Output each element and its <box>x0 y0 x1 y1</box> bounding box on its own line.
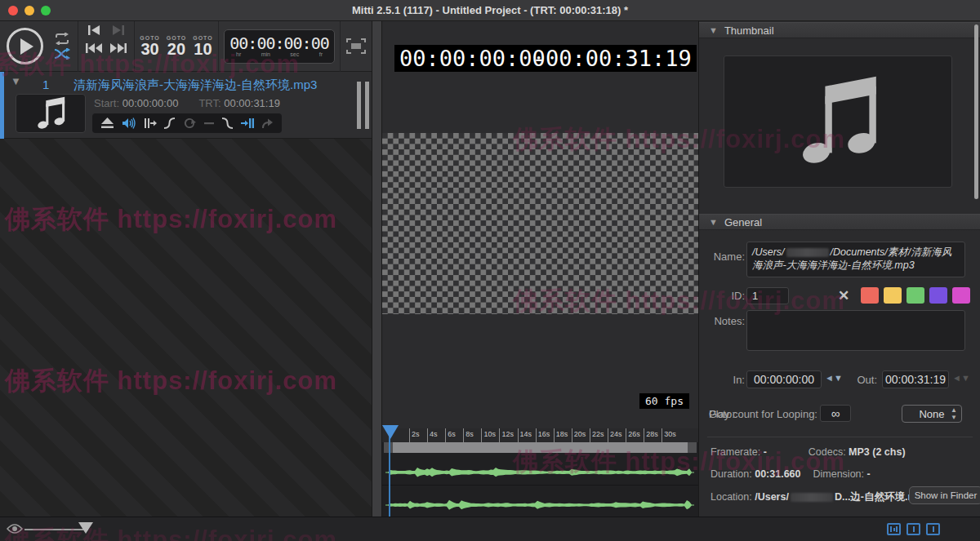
loop-count-field[interactable]: ∞ <box>820 405 851 422</box>
out-time-field[interactable]: 00:00:31:19 <box>882 370 949 388</box>
shuffle-icon[interactable] <box>54 48 70 60</box>
in-time-field[interactable]: 00:00:00:00 <box>746 370 822 388</box>
fps-badge: 60 fps <box>639 393 689 409</box>
timeline-zoom-bar[interactable] <box>384 442 697 453</box>
color-swatch-purple[interactable] <box>929 287 947 304</box>
in-stepper[interactable]: ◄▼ <box>825 373 843 383</box>
duration-value: 00:31.660 <box>755 468 800 480</box>
inspector-panel: ▼ Thumbnail ▼ General Name: /Users//Docu… <box>698 21 980 517</box>
out-stepper[interactable]: ◄▼ <box>952 373 970 383</box>
play-button[interactable] <box>7 28 43 64</box>
fade-out-icon[interactable] <box>221 118 234 129</box>
cue-selected-indicator <box>0 72 4 139</box>
in-label: In: <box>709 374 745 386</box>
eject-icon[interactable] <box>100 118 114 129</box>
panel-divider[interactable] <box>372 21 382 517</box>
dimension-value: - <box>867 468 871 480</box>
redacted-username <box>791 493 833 502</box>
codecs-value: MP3 (2 chs) <box>849 446 905 458</box>
zoom-bar-handle-right[interactable] <box>688 442 697 453</box>
goto-label: Goto: <box>709 408 735 420</box>
playhead-line[interactable] <box>389 437 390 517</box>
timeline[interactable]: 2s4s6s8s10s12s14s16s18s20s22s24s26s28s30… <box>382 428 698 517</box>
music-note-icon <box>789 73 887 171</box>
color-swatch-green[interactable] <box>906 287 924 304</box>
main-timecode-display: 00:00:00:00 hr min sec fr <box>224 29 335 64</box>
cue-paused-indicator <box>357 82 369 129</box>
channel-divider <box>382 485 698 486</box>
dropdown-stepper-icon: ▲▼ <box>951 406 957 421</box>
color-swatch-yellow[interactable] <box>884 287 902 304</box>
framerate-codecs-row: Framerate: - Codecs: MP3 (2 chs) <box>710 446 976 458</box>
id-field[interactable]: 1 <box>746 287 789 304</box>
redacted-username <box>786 248 829 257</box>
previous-cue-button[interactable] <box>87 24 100 36</box>
timecode-value: 00:00:00:00 <box>229 35 328 51</box>
preview-timecode-overlay: 00:00:00:00-00:00:31:19 <box>394 45 697 72</box>
goto-30-button[interactable]: GOTO 30 <box>140 35 159 57</box>
timeline-ruler[interactable]: 2s4s6s8s10s12s14s16s18s20s22s24s26s28s30… <box>382 428 698 442</box>
cue-list-panel: GOTO 30 GOTO 20 GOTO 10 00:00:00:00 hr <box>0 21 372 517</box>
mitti-window: Mitti 2.5.1 (1117) - Untitled Project - … <box>0 0 980 541</box>
opacity-slider-handle[interactable] <box>78 522 93 534</box>
fullscreen-output-icon[interactable] <box>346 38 366 54</box>
window-title: Mitti 2.5.1 (1117) - Untitled Project - … <box>0 4 980 16</box>
chevron-down-icon[interactable]: ▼ <box>11 75 21 87</box>
eye-icon[interactable] <box>7 523 23 534</box>
cue-start-value: 00:00:00:00 <box>122 97 179 109</box>
audio-routing-icon[interactable] <box>144 118 157 129</box>
pause-at-end-icon[interactable] <box>241 118 254 129</box>
name-label: Name: <box>709 251 745 263</box>
playhead-handle[interactable] <box>382 425 399 439</box>
transparency-checkerboard <box>382 133 698 314</box>
jump-back-button[interactable] <box>85 42 103 54</box>
show-in-finder-button[interactable]: Show in Finder <box>909 486 980 504</box>
location-row: Location: /Users/D...边-自然环境.mp3 Show in … <box>710 490 976 504</box>
id-label: ID: <box>709 290 745 302</box>
thumbnail-section-header[interactable]: ▼ Thumbnail <box>699 22 980 38</box>
duration-dimension-row: Duration: 00:31.660 Dimension: - <box>710 468 976 480</box>
color-swatch-red[interactable] <box>861 287 879 304</box>
loop-playlist-icon[interactable] <box>54 33 70 45</box>
name-field[interactable]: /Users//Documents/素材/清新海风海浪声-大海海洋海边-自然环境… <box>746 242 965 277</box>
timecode-unit-sec: sec <box>290 51 299 57</box>
music-note-icon <box>33 95 69 131</box>
clear-color-icon[interactable]: ✕ <box>838 287 849 304</box>
general-section-header[interactable]: ▼ General <box>699 214 980 230</box>
hold-icon[interactable] <box>203 118 215 129</box>
chevron-down-icon[interactable]: ▼ <box>709 217 718 227</box>
jump-forward-button[interactable] <box>109 42 127 54</box>
notes-field[interactable] <box>746 310 965 351</box>
loop-cue-icon[interactable] <box>183 118 196 129</box>
goto-dropdown[interactable]: None ▲▼ <box>902 405 962 423</box>
next-cue-button[interactable] <box>112 24 125 36</box>
location-prefix: /Users/ <box>755 491 789 503</box>
toggle-timeline-button[interactable] <box>887 523 901 535</box>
color-swatch-magenta[interactable] <box>952 287 970 304</box>
goto-20-button[interactable]: GOTO 20 <box>167 35 186 57</box>
toggle-right-panel-button[interactable] <box>926 523 940 535</box>
framerate-value: - <box>764 446 767 458</box>
audio-volume-icon[interactable] <box>122 118 136 129</box>
goto-10-button[interactable]: GOTO 10 <box>193 35 212 57</box>
cue-title: 清新海风海浪声-大海海洋海边-自然环境.mp3 <box>74 78 317 93</box>
timecode-unit-min: min <box>261 51 270 57</box>
preview-remaining-time: -00:00:31:19 <box>532 46 692 71</box>
out-label: Out: <box>846 374 877 386</box>
inspector-scrollbar[interactable] <box>974 24 978 199</box>
status-bar <box>0 517 980 541</box>
fade-in-icon[interactable] <box>163 118 176 129</box>
timecode-unit-fr: fr <box>319 51 323 57</box>
thumbnail-preview <box>724 55 952 188</box>
transport-toolbar: GOTO 30 GOTO 20 GOTO 10 00:00:00:00 hr <box>0 21 372 72</box>
goto-action-icon[interactable] <box>261 118 274 129</box>
chevron-down-icon[interactable]: ▼ <box>709 25 718 35</box>
timecode-unit-hr: hr <box>236 51 241 57</box>
waveform-area[interactable] <box>382 453 698 517</box>
play-icon <box>20 38 33 55</box>
preview-current-time: 00:00:00:00 <box>399 46 546 71</box>
cue-row[interactable]: ▼ 1 清新海风海浪声-大海海洋海边-自然环境.mp3 Start: 00:00… <box>0 72 372 139</box>
toggle-left-panel-button[interactable] <box>906 523 920 535</box>
cue-times: Start: 00:00:00:00 TRT: 00:00:31:19 <box>94 97 280 109</box>
cue-icon-bar <box>92 113 282 133</box>
